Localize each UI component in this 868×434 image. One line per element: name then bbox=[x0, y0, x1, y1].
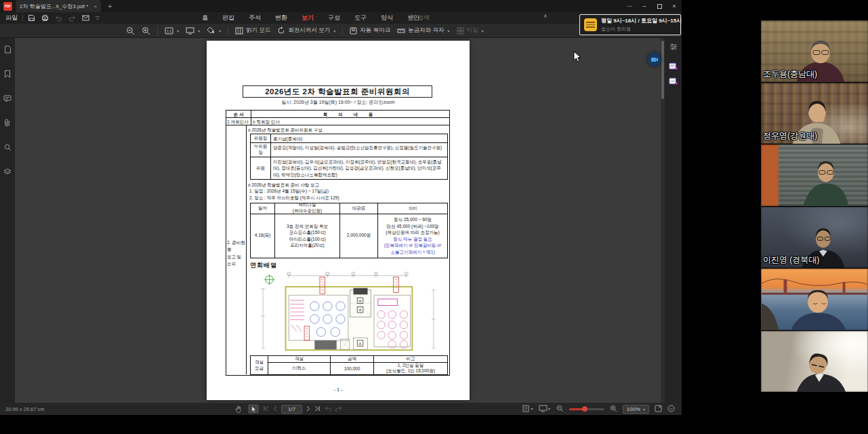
document-tab[interactable]: 2차 학술발표...9_수정3.pdf * × bbox=[16, 0, 101, 12]
agenda-row-1: 1.개회인사 o 학회장 인사 bbox=[226, 118, 449, 125]
scrollbar-thumb[interactable] bbox=[661, 41, 664, 99]
capture-icon bbox=[650, 56, 658, 63]
fit-screen-dropdown[interactable]: ▾ bbox=[186, 27, 200, 35]
attachments-icon[interactable] bbox=[3, 118, 12, 127]
participant-figure bbox=[761, 269, 868, 330]
comments-icon[interactable] bbox=[3, 94, 12, 103]
menu-home[interactable]: 홈 bbox=[201, 12, 209, 24]
participant-video-1[interactable]: 조두용(충남대) bbox=[761, 20, 868, 82]
table-row: 4.16(목) 3층 전체 연회장 확보 코스모스홀(150석) 아이리스홀(1… bbox=[251, 214, 447, 258]
venue-table: 일자 세미나실 (최대수용인원) 대관료 식비 4.16(목) 3층 전체 연회… bbox=[250, 203, 448, 258]
svg-text:▾: ▾ bbox=[548, 407, 550, 411]
ruler-grid-dropdown[interactable]: 눈금자와 격자▾ bbox=[397, 26, 449, 35]
pdf-page[interactable]: 2026년도 2차 학술발표회 준비위원회의 일시: 2026년 3월 19일(… bbox=[207, 41, 470, 400]
table-row: 디럭스 100,000 1, 2인실 동일 (조식별도, 1인 15,000원) bbox=[268, 363, 447, 374]
bookmarks-icon[interactable] bbox=[3, 69, 12, 79]
zoom-out-button[interactable] bbox=[126, 26, 135, 35]
page-indicator[interactable]: 1/7 bbox=[281, 405, 302, 414]
settings-sliders-icon[interactable] bbox=[669, 42, 678, 52]
committee-table: 위원장 홍기남(충북대) 부위원 장 양준모(계명대), 이성철(경북대), 송… bbox=[250, 134, 448, 180]
mail-icon[interactable] bbox=[82, 15, 89, 21]
page-thumbnails-icon[interactable] bbox=[3, 45, 12, 54]
rotate-view-dropdown[interactable]: 회전시켜서 보기▾ bbox=[277, 26, 335, 35]
new-tab-button[interactable]: + bbox=[108, 2, 112, 10]
display-mode-dropdown[interactable]: ▾ bbox=[539, 405, 551, 414]
agenda-row-2: 2. 준비현황 보고 및 논의 o 2026년 학술발표회 준비위원회 구성 위… bbox=[226, 125, 449, 374]
zoom-in-button[interactable] bbox=[142, 26, 150, 35]
layers-icon[interactable] bbox=[3, 167, 12, 176]
svg-text:A: A bbox=[359, 298, 362, 302]
participant-video-4[interactable]: 이진영 (경북대) bbox=[761, 207, 868, 269]
add-note-icon[interactable] bbox=[669, 61, 678, 71]
search-button[interactable]: 검색 bbox=[409, 14, 430, 22]
add-stamp-icon[interactable] bbox=[669, 76, 678, 85]
undo-icon[interactable] bbox=[55, 14, 62, 22]
page-layout-dropdown[interactable]: ▾ bbox=[522, 405, 533, 414]
prev-view-icon[interactable] bbox=[325, 406, 331, 413]
svg-text:A: A bbox=[359, 341, 362, 345]
document-canvas[interactable]: 2026년도 2차 학술발표회 준비위원회의 일시: 2026년 3월 19일(… bbox=[15, 38, 661, 403]
search-icon bbox=[409, 14, 415, 22]
collapse-statusbar-icon[interactable] bbox=[667, 405, 675, 414]
zoom-out-status-icon[interactable] bbox=[556, 405, 564, 414]
first-page-icon[interactable] bbox=[263, 406, 269, 413]
next-view-icon[interactable] bbox=[335, 406, 342, 413]
auto-bookmark-button[interactable]: 자동 북마크 bbox=[350, 26, 390, 35]
zoom-slider-knob[interactable] bbox=[582, 406, 587, 412]
tile-dropdown[interactable]: 타일▾ bbox=[457, 26, 484, 35]
menu-view[interactable]: 보기 bbox=[300, 12, 315, 24]
window-close-button[interactable]: × bbox=[667, 0, 682, 12]
tab-close-icon[interactable]: × bbox=[94, 3, 97, 9]
save-icon[interactable] bbox=[28, 14, 35, 22]
banquet-heading: 연회배열 bbox=[250, 261, 448, 270]
menu-convert[interactable]: 변환 bbox=[274, 12, 289, 24]
page-background-dropdown[interactable]: ▾ bbox=[207, 26, 221, 35]
participant-figure bbox=[761, 144, 868, 206]
participant-name: 정우영(강원대) bbox=[763, 130, 817, 142]
collapse-toolbar-icon[interactable]: ∧ bbox=[543, 13, 547, 19]
window-maximize-button[interactable] bbox=[652, 0, 667, 12]
menu-organize[interactable]: 구성 bbox=[327, 12, 342, 24]
prev-page-icon[interactable] bbox=[273, 406, 277, 413]
participant-video-3[interactable] bbox=[761, 144, 868, 206]
menu-annotate[interactable]: 주석 bbox=[247, 12, 262, 24]
participant-video-2[interactable]: 정우영(강원대) bbox=[761, 83, 868, 144]
agenda-item2-label: 2. 준비현황 보고 및 논의 bbox=[227, 239, 246, 268]
svg-text:A: A bbox=[359, 308, 362, 312]
agenda-table: 순 서 회 의 내 용 1.개회인사 o 학회장 인사 2. 준비현황 보고 및… bbox=[226, 110, 450, 376]
participant-video-6[interactable] bbox=[761, 331, 868, 393]
doc-subtitle: 일시: 2026년 3월 19일(목) 16:00~ / 장소: 온라인zoom bbox=[207, 99, 470, 106]
chevron-down-icon[interactable]: ▽ bbox=[96, 16, 99, 21]
menu-edit[interactable]: 편집 bbox=[221, 12, 236, 24]
zoom-preset-dropdown[interactable]: 1:1▾ bbox=[165, 27, 179, 35]
redo-icon[interactable] bbox=[68, 14, 76, 22]
menu-file[interactable]: 파일 bbox=[5, 14, 18, 22]
notification-sender: 참소아 한의원 bbox=[601, 26, 682, 33]
video-conference-sidebar: 조두용(충남대) 정우영(강원대) bbox=[761, 20, 868, 393]
window-minimize-button[interactable]: – bbox=[637, 0, 652, 12]
titlebar: PDF 2차 학술발표...9_수정3.pdf * × + ⋯ – × bbox=[0, 0, 682, 12]
last-page-icon[interactable] bbox=[314, 406, 321, 413]
print-icon[interactable] bbox=[41, 14, 49, 22]
zoom-slider[interactable] bbox=[569, 408, 604, 410]
read-mode-button[interactable]: 읽기 모드 bbox=[235, 26, 270, 35]
search-panel-icon[interactable] bbox=[3, 142, 12, 152]
zoom-level-dropdown[interactable]: 100%▾ bbox=[623, 405, 649, 414]
select-tool-icon[interactable] bbox=[248, 404, 259, 414]
menu-tools[interactable]: 도구 bbox=[353, 12, 368, 24]
floating-capture-button[interactable] bbox=[647, 52, 661, 66]
window-more-button[interactable]: ⋯ bbox=[622, 0, 637, 12]
hand-tool-icon[interactable] bbox=[233, 404, 244, 414]
fullscreen-icon[interactable] bbox=[655, 405, 662, 414]
doc-title-box: 2026년도 2차 학술발표회 준비위원회의 bbox=[243, 85, 432, 98]
menu-forms[interactable]: 양식 bbox=[379, 12, 394, 24]
table-header-row: 일자 세미나실 (최대수용인원) 대관료 식비 bbox=[251, 203, 447, 214]
participant-video-5[interactable] bbox=[761, 269, 868, 330]
participant-figure bbox=[761, 331, 868, 393]
next-page-icon[interactable] bbox=[306, 406, 310, 413]
notification-toast[interactable]: 평일 9시~18시 / 토요일 9시~15시 참소아 한의원 bbox=[579, 14, 681, 35]
left-panel-strip bbox=[0, 38, 15, 403]
agenda-header-content: 회 의 내 용 bbox=[251, 111, 449, 117]
report-line: 2. 장소 : 제주 아스타호텔 (제주시 시서로 129) bbox=[249, 195, 448, 201]
zoom-in-status-icon[interactable] bbox=[610, 405, 617, 414]
